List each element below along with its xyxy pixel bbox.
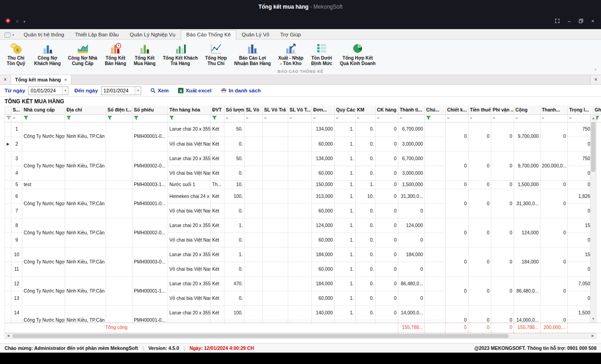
cell-stt[interactable]: 2 [11,137,22,152]
cell-km[interactable]: 0. [356,218,376,233]
filter-cell-ind[interactable] [5,114,11,122]
fullscreen-icon[interactable] [555,18,560,24]
filter-cell-slvot[interactable]: = [288,114,312,122]
cell-ck[interactable]: 0 [446,218,469,248]
cell-row-indicator[interactable] [5,181,11,189]
ribbon-item-tong-ket-ban-hang[interactable]: Tổng KếtBán Hàng [102,41,129,67]
cell-dvt[interactable]: Két [211,218,224,233]
cell-wt[interactable]: 0. [568,137,593,152]
cell-product[interactable]: Nước suối 1 [168,181,211,189]
filter-cell-qty[interactable]: = [224,114,244,122]
cell-amt[interactable]: 6,700,000 [398,152,425,166]
cell-chu[interactable] [425,277,446,291]
cell-chu[interactable] [425,122,446,137]
cell-product[interactable]: Larue chai 20 x 355ml (hàng thường) [168,122,211,137]
cell-dvt[interactable]: Két [211,152,224,166]
cell-slvotra[interactable] [263,152,288,166]
vertical-scrollbar[interactable]: ▲ ▼ [590,114,596,322]
cell-qty[interactable]: 100. [224,306,244,320]
cell-dvt[interactable]: Két [211,189,224,204]
to-date-input[interactable]: 12/01/2024 ▼ [101,86,141,95]
cell-supplier[interactable]: Công Ty Nước Ngọt CN CT 2 [22,306,65,323]
cell-row-indicator[interactable] [5,166,11,181]
cell-amt[interactable]: 0 [398,204,425,218]
cell-qty[interactable]: 0. [224,233,244,248]
cell-address[interactable]: Ninh Kiều, TP.Cần Thơ [65,152,106,181]
cell-slvo[interactable] [244,166,263,181]
cell-price[interactable]: 134,000 [312,152,335,166]
cell-pay[interactable]: 0 [540,248,568,277]
cell-amt[interactable]: 14,000,0... [398,306,425,320]
cell-supplier[interactable]: Công Ty Nước Ngọt CN CT 2 [22,248,65,277]
cell-amt[interactable]: 0 [398,291,425,306]
cell-km[interactable]: 0. [356,248,376,262]
cell-supplier[interactable]: Công Ty Nước Ngọt CN CT 2 [22,218,65,248]
cell-km[interactable]: 0. [356,233,376,248]
cell-product[interactable]: Larue chai 20 x 355ml (hàng thường) [168,218,211,233]
cell-phone[interactable] [106,122,132,152]
cell-slvo[interactable] [244,277,263,291]
cell-wt[interactable]: 1,826. [568,189,593,204]
cell-address[interactable]: Ninh Kiều, TP.Cần Thơ [65,189,106,218]
filter-cell-address[interactable] [65,114,106,122]
cell-row-indicator[interactable] [5,277,11,291]
cell-receipt[interactable]: PMH00001-1... [132,277,168,306]
cell-qc[interactable]: 1. [335,291,356,306]
cell-product[interactable]: Vỏ chai bia Việt Nam [168,137,211,152]
cell-address[interactable]: Ninh Kiều, TP.Cần Thơ [65,122,106,152]
cell-price[interactable]: 184,000 [312,277,335,291]
view-button[interactable]: Xem [147,87,172,94]
cell-stt[interactable]: 8 [11,218,22,233]
cell-wt[interactable]: 0. [568,291,593,306]
cell-chu[interactable] [425,306,446,320]
cell-amt[interactable]: 31,300,0... [398,189,425,204]
cell-tax[interactable]: 0 [469,152,491,181]
cell-slvot[interactable] [288,204,312,218]
cell-ck[interactable]: 0 [446,277,469,306]
cell-wt[interactable]: 0. [568,166,593,181]
cell-phone[interactable] [106,248,132,277]
filter-cell-chu[interactable] [425,114,446,122]
cell-ck[interactable]: 0 [446,306,469,323]
cell-dvt[interactable]: Két [211,122,224,137]
cell-receipt[interactable]: PMH00001-0... [132,189,168,218]
cell-supplier[interactable]: Công Ty Nước Ngọt CN CT 2 [22,152,65,181]
cell-km[interactable]: 0. [356,291,376,306]
filter-cell-supplier[interactable] [22,114,65,122]
cell-fee[interactable]: 0 [491,152,514,181]
cell-qty[interactable]: 0. [224,291,244,306]
cell-amt[interactable]: 1,500,000 [398,181,425,189]
cell-ckh[interactable]: 0 [376,291,398,306]
cell-dvt[interactable]: Két [211,233,224,248]
filter-cell-pay[interactable]: = [540,114,568,122]
cell-ckh[interactable]: 0 [376,137,398,152]
cell-slvo[interactable] [244,181,263,189]
cell-slvotra[interactable] [263,218,288,233]
cell-amt[interactable]: 86,480,0... [398,277,425,291]
cell-product[interactable]: Vỏ chai bia Việt Nam [168,204,211,218]
cell-ckh[interactable]: 0 [376,218,398,233]
cell-slvot[interactable] [288,166,312,181]
menu-tab-quan-ly-vo[interactable]: Quản Lý Vỏ [236,30,275,39]
cell-qc[interactable]: 1. [335,233,356,248]
cell-fee[interactable]: 0 [491,306,514,323]
cell-amt[interactable]: 6,700,000 [398,122,425,137]
cell-ckh[interactable]: 0 [376,233,398,248]
cell-slvot[interactable] [288,262,312,277]
app-menu-button[interactable]: ▼ [4,32,18,39]
cell-wt[interactable]: 750. [568,152,593,166]
cell-chu[interactable] [425,262,446,277]
cell-slvot[interactable] [288,122,312,137]
cell-slvot[interactable] [288,181,312,189]
cell-slvot[interactable] [288,291,312,306]
cell-wt[interactable]: 15. [568,248,593,262]
cell-price[interactable]: 60,000 [312,233,335,248]
column-header-dvt[interactable]: ĐVT [211,106,224,114]
cell-slvotra[interactable] [263,306,288,320]
cell-dvt[interactable]: Két [211,306,224,320]
qat-circle-icon[interactable]: ○ [16,20,18,24]
cell-fee[interactable]: 0 [491,189,514,218]
scroll-left-icon[interactable]: ◀ [5,334,11,339]
cell-km[interactable]: 0. [356,137,376,152]
cell-supplier[interactable]: Công Ty Nước Ngọt CN CT 2 [22,277,65,306]
